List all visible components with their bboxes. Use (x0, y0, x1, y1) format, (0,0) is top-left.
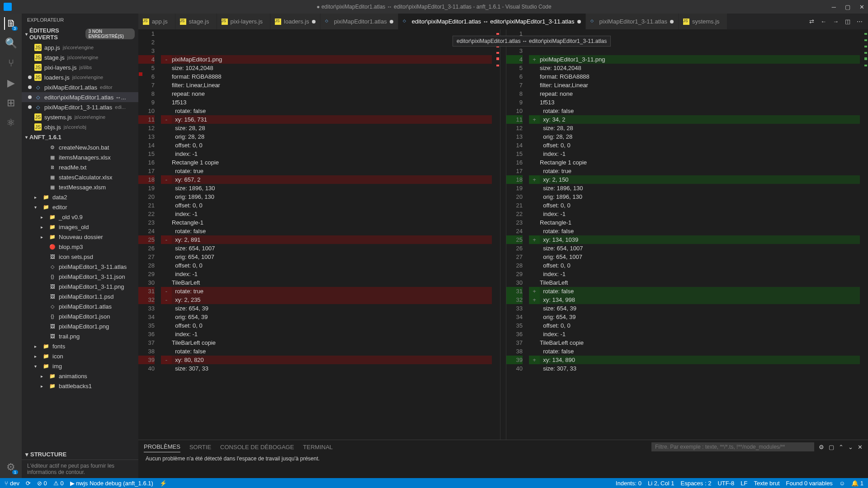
editor-tab[interactable]: ◇pixiMapEditor1_3-11.atlas (586, 14, 679, 29)
tree-item[interactable]: ▸📁_old v0.9 (22, 212, 138, 222)
open-editor-item[interactable]: ◇editor\pixiMapEditor1.atlas ↔... (22, 92, 138, 102)
tree-item[interactable]: 🖼pixiMapEditor1.1.psd (22, 291, 138, 301)
tree-item[interactable]: ▦statesCalculator.xlsx (22, 172, 138, 182)
panel-down-icon[interactable]: ⌄ (848, 444, 853, 450)
diff-left-pane[interactable]: 1234567891011121314151617181920212223242… (138, 29, 500, 440)
tree-item[interactable]: 🖼icon sets.psd (22, 252, 138, 262)
tree-item[interactable]: ▸📁animations (22, 371, 138, 381)
editor-tab[interactable]: JSpixi-layers.js (217, 14, 271, 29)
tree-item[interactable]: {}pixiMapEditor1_3-11.json (22, 272, 138, 282)
tree-item[interactable]: {}pixiMapEditor1.json (22, 311, 138, 321)
cursor-position[interactable]: Li 2, Col 1 (648, 480, 675, 487)
lightning-icon[interactable]: ⚡ (160, 480, 167, 487)
tree-item[interactable]: ▸📁data2 (22, 192, 138, 202)
tree-item[interactable]: ▸📁icon (22, 351, 138, 361)
maximize-icon[interactable]: ▢ (845, 4, 850, 10)
diff-splitter[interactable] (500, 29, 506, 440)
tree-item[interactable]: ▾📁img (22, 361, 138, 371)
tree-item[interactable]: ▸📁battlebacks1 (22, 381, 138, 391)
eol[interactable]: LF (741, 480, 747, 487)
split-editor-icon[interactable]: ◫ (845, 18, 850, 25)
close-icon[interactable]: ✕ (859, 4, 864, 10)
git-icon[interactable]: ⑂ (5, 57, 17, 70)
tree-item[interactable]: ◇pixiMapEditor1.atlas (22, 301, 138, 311)
project-header[interactable]: ▾ ANFT_1.6.1 (22, 133, 138, 141)
file-icon: JS (34, 54, 42, 61)
language-mode[interactable]: Texte brut (754, 480, 779, 487)
indents[interactable]: Indents: 0 (616, 480, 642, 487)
atom-icon[interactable]: ⚛ (5, 117, 17, 129)
open-editor-item[interactable]: JSloaders.js js\core\engine (22, 72, 138, 82)
explorer-icon[interactable]: 🗎3 (4, 17, 17, 30)
sidebar: EXPLORATEUR ▾ ÉDITEURS OUVERTS 3 NON ENR… (22, 14, 138, 478)
dirty-dot-icon (28, 105, 32, 109)
tree-item[interactable]: ▸📁fonts (22, 341, 138, 351)
tree-item[interactable]: 🖼trail.png (22, 331, 138, 341)
panel-up-icon[interactable]: ⌃ (839, 444, 844, 450)
editor-tab[interactable]: JSloaders.js (270, 14, 321, 29)
tree-item[interactable]: ⚙createNewJson.bat (22, 142, 138, 152)
tree-item[interactable]: ◇pixiMapEditor1_3-11.atlas (22, 262, 138, 272)
file-icon: ◇ (49, 303, 56, 310)
tree-item[interactable]: 🗎readMe.txt (22, 162, 138, 172)
debug-icon[interactable]: ▶ (5, 77, 17, 89)
settings-gear-icon[interactable]: ⚙1 (5, 461, 17, 474)
editor-tab[interactable]: JSsystems.js (679, 14, 727, 29)
open-editor-item[interactable]: JSobjs.js js\core\obj (22, 122, 138, 132)
tree-item[interactable]: ▸📁Nouveau dossier (22, 232, 138, 242)
tree-item[interactable]: 🔴blop.mp3 (22, 242, 138, 252)
debug-target[interactable]: ▶ nwjs Node debug (anft_1.6.1) (70, 480, 153, 487)
chevron-icon: ▾ (34, 364, 40, 369)
tree-item[interactable]: ▦textMessage.xlsm (22, 182, 138, 192)
tree-item-label: data2 (52, 194, 67, 201)
open-editor-item[interactable]: ◇pixiMapEditor1_3-11.atlas edi... (22, 102, 138, 112)
structure-header[interactable]: ▾ STRUCTURE (22, 449, 138, 460)
editor-tab[interactable]: ◇editor\pixiMapEditor1.atlas ↔ editor\pi… (398, 14, 586, 29)
panel-tab[interactable]: CONSOLE DE DÉBOGAGE (220, 442, 294, 452)
editor-tab[interactable]: JSstage.js (175, 14, 217, 29)
panel-maximize-icon[interactable]: ▢ (829, 444, 834, 450)
sync-icon[interactable]: ⟳ (26, 480, 31, 487)
dirty-dot-icon (670, 20, 674, 23)
breakpoint-icon[interactable] (139, 72, 142, 76)
open-editor-item[interactable]: ◇pixiMapEditor1.atlas editor (22, 82, 138, 92)
open-editor-item[interactable]: JSstage.js js\core\engine (22, 52, 138, 62)
more-icon[interactable]: ⋯ (857, 18, 863, 25)
encoding[interactable]: UTF-8 (717, 480, 734, 487)
tree-item[interactable]: ▾📁editor (22, 202, 138, 212)
found-vars[interactable]: Found 0 variables (786, 480, 833, 487)
editor-tab[interactable]: ◇pixiMapEditor1.atlas (321, 14, 398, 29)
tree-item[interactable]: 🖼pixiMapEditor1.png (22, 321, 138, 331)
tree-item[interactable]: 🖼pixiMapEditor1_3-11.png (22, 282, 138, 291)
errors-count[interactable]: ⊘ 0 (37, 480, 47, 487)
tree-item[interactable]: ▦itemsManagers.xlsx (22, 152, 138, 162)
diff-right-pane[interactable]: 1234567891011121314151617181920212223242… (506, 29, 868, 440)
minimap-right[interactable] (860, 29, 868, 440)
minimize-icon[interactable]: ─ (832, 4, 836, 10)
panel-tab[interactable]: SORTIE (189, 442, 211, 452)
minimap-left[interactable] (492, 29, 500, 440)
warnings-count[interactable]: ⚠ 0 (53, 480, 64, 487)
open-editor-item[interactable]: JSpixi-layers.js js\libs (22, 62, 138, 72)
open-editor-item[interactable]: JSapp.js js\core\engine (22, 42, 138, 52)
git-branch[interactable]: ⑂ dev (5, 480, 19, 487)
nav-back-icon[interactable]: ← (821, 18, 826, 25)
panel-tab[interactable]: PROBLÈMES (144, 441, 180, 452)
spaces[interactable]: Espaces : 2 (680, 480, 711, 487)
file-name: pixi-layers.js (44, 64, 77, 71)
tree-item[interactable]: ▸📁images_old (22, 222, 138, 232)
open-editor-item[interactable]: JSsystems.js js\core\engine (22, 112, 138, 122)
panel-tab[interactable]: TERMINAL (303, 442, 333, 452)
feedback-icon[interactable]: ☺ (839, 480, 845, 487)
filter-settings-icon[interactable]: ⚙ (819, 444, 824, 450)
search-icon[interactable]: 🔍 (5, 37, 17, 50)
panel-close-icon[interactable]: ✕ (858, 444, 863, 450)
tree-item-label: textMessage.xlsm (59, 184, 106, 191)
nav-fwd-icon[interactable]: → (833, 18, 839, 25)
problems-filter-input[interactable] (651, 442, 814, 451)
notifications-bell-icon[interactable]: 🔔 1 (851, 480, 863, 487)
extensions-icon[interactable]: ⊞ (5, 97, 17, 109)
editor-tab[interactable]: JSapp.js (138, 14, 175, 29)
compare-icon[interactable]: ⇄ (809, 18, 814, 25)
open-editors-header[interactable]: ▾ ÉDITEURS OUVERTS 3 NON ENREGISTRÉ(S) (22, 26, 138, 42)
